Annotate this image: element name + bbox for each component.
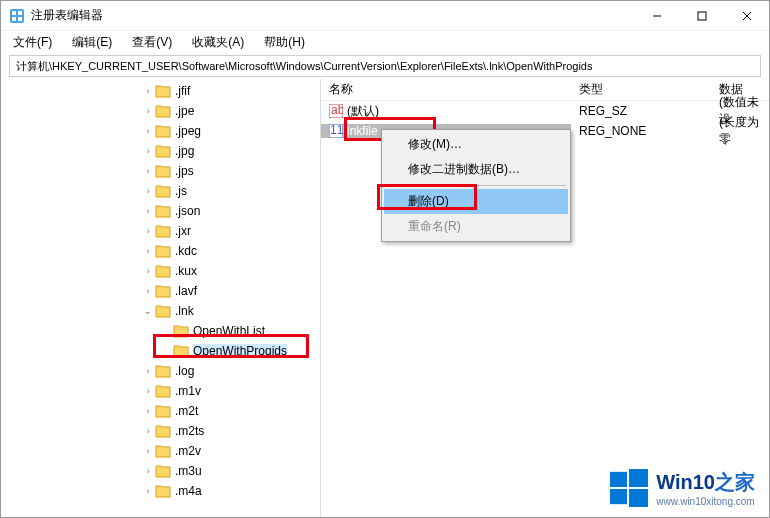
list-header: 名称 类型 数据 [321, 79, 769, 101]
watermark: Win10之家 www.win10xitong.com [610, 469, 755, 507]
svg-rect-16 [629, 489, 648, 507]
col-name[interactable]: 名称 [321, 81, 571, 98]
tree-item[interactable]: ›.m2ts [141, 421, 320, 441]
expand-toggle[interactable]: › [141, 166, 155, 176]
svg-rect-6 [698, 12, 706, 20]
tree-item-label: OpenWithProgids [193, 344, 287, 358]
expand-toggle[interactable]: › [141, 146, 155, 156]
tree-item-label: .js [175, 184, 187, 198]
tree-item-label: .jxr [175, 224, 191, 238]
menu-view[interactable]: 查看(V) [126, 32, 178, 53]
title-bar: 注册表编辑器 [1, 1, 769, 31]
tree-item-label: .m1v [175, 384, 201, 398]
expand-toggle[interactable]: › [141, 426, 155, 436]
tree-item-label: .m2ts [175, 424, 204, 438]
window-controls [634, 1, 769, 30]
expand-toggle[interactable]: › [141, 206, 155, 216]
expand-toggle[interactable]: › [141, 86, 155, 96]
menu-separator [386, 185, 566, 186]
tree-item-label: OpenWithList [193, 324, 265, 338]
expand-toggle[interactable]: › [141, 186, 155, 196]
tree-item[interactable]: ›.jps [141, 161, 320, 181]
tree-item[interactable]: ›.lavf [141, 281, 320, 301]
tree-item-label: .jps [175, 164, 194, 178]
address-bar[interactable]: 计算机\HKEY_CURRENT_USER\Software\Microsoft… [9, 55, 761, 77]
tree-item-label: .kdc [175, 244, 197, 258]
tree-item[interactable]: ›.m2v [141, 441, 320, 461]
window-title: 注册表编辑器 [31, 7, 634, 24]
tree-item[interactable]: ›.kux [141, 261, 320, 281]
svg-rect-1 [12, 11, 16, 15]
tree-item[interactable]: ›.m1v [141, 381, 320, 401]
tree-item[interactable]: ›.log [141, 361, 320, 381]
watermark-brand2: 之家 [715, 471, 755, 493]
expand-toggle[interactable]: › [141, 446, 155, 456]
windows-logo-icon [610, 469, 648, 507]
menu-item-rename[interactable]: 重命名(R) [384, 214, 568, 239]
tree-item[interactable]: ⌄.lnk [141, 301, 320, 321]
expand-toggle[interactable]: › [141, 406, 155, 416]
tree-item-label: .jpeg [175, 124, 201, 138]
context-menu: 修改(M)… 修改二进制数据(B)… 删除(D) 重命名(R) [381, 129, 571, 242]
menu-edit[interactable]: 编辑(E) [66, 32, 118, 53]
tree-item[interactable]: ›.jfif [141, 81, 320, 101]
menu-item-modify-binary[interactable]: 修改二进制数据(B)… [384, 157, 568, 182]
svg-rect-3 [12, 17, 16, 21]
tree-item[interactable]: ›.json [141, 201, 320, 221]
cell-type: REG_SZ [571, 104, 711, 118]
tree-item[interactable]: ›.m4a [141, 481, 320, 501]
watermark-brand: Win10 [656, 471, 715, 493]
menu-help[interactable]: 帮助(H) [258, 32, 311, 53]
expand-toggle[interactable]: › [141, 106, 155, 116]
tree-item[interactable]: ›.m3u [141, 461, 320, 481]
tree-item[interactable]: OpenWithList [141, 321, 320, 341]
svg-text:110: 110 [330, 124, 343, 137]
svg-rect-14 [629, 469, 648, 487]
expand-toggle[interactable]: ⌄ [141, 306, 155, 316]
expand-toggle[interactable]: › [141, 466, 155, 476]
tree-item[interactable]: ›.jpe [141, 101, 320, 121]
col-type[interactable]: 类型 [571, 81, 711, 98]
menu-item-modify[interactable]: 修改(M)… [384, 132, 568, 157]
tree-item-label: .json [175, 204, 200, 218]
tree-item-label: .log [175, 364, 194, 378]
menu-favorites[interactable]: 收藏夹(A) [186, 32, 250, 53]
menu-bar: 文件(F) 编辑(E) 查看(V) 收藏夹(A) 帮助(H) [1, 31, 769, 53]
watermark-text: Win10之家 www.win10xitong.com [656, 469, 755, 507]
tree-item-label: .jpg [175, 144, 194, 158]
list-row[interactable]: ab(默认)REG_SZ(数值未设 [321, 101, 769, 121]
expand-toggle[interactable]: › [141, 286, 155, 296]
tree-item-label: .jpe [175, 104, 194, 118]
menu-item-delete[interactable]: 删除(D) [384, 189, 568, 214]
tree-item[interactable]: ›.kdc [141, 241, 320, 261]
svg-text:ab: ab [331, 104, 343, 117]
tree-item-label: .m3u [175, 464, 202, 478]
svg-rect-2 [18, 11, 22, 15]
expand-toggle[interactable]: › [141, 246, 155, 256]
tree-item[interactable]: ›.jpeg [141, 121, 320, 141]
svg-rect-13 [610, 472, 627, 487]
expand-toggle[interactable]: › [141, 126, 155, 136]
tree-item[interactable]: ›.js [141, 181, 320, 201]
tree-item-label: .m4a [175, 484, 202, 498]
expand-toggle[interactable]: › [141, 386, 155, 396]
regedit-icon [9, 8, 25, 24]
maximize-button[interactable] [679, 1, 724, 30]
tree-item[interactable]: ›.jpg [141, 141, 320, 161]
minimize-button[interactable] [634, 1, 679, 30]
tree-item-label: .lavf [175, 284, 197, 298]
menu-file[interactable]: 文件(F) [7, 32, 58, 53]
expand-toggle[interactable]: › [141, 266, 155, 276]
expand-toggle[interactable]: › [141, 226, 155, 236]
tree-item-label: .lnk [175, 304, 194, 318]
tree-item[interactable]: ›.m2t [141, 401, 320, 421]
cell-name: ab(默认) [321, 103, 571, 120]
close-button[interactable] [724, 1, 769, 30]
expand-toggle[interactable]: › [141, 486, 155, 496]
tree-item-label: .m2t [175, 404, 198, 418]
expand-toggle[interactable]: › [141, 366, 155, 376]
tree-item-label: .kux [175, 264, 197, 278]
tree-item[interactable]: OpenWithProgids [141, 341, 320, 361]
tree-item[interactable]: ›.jxr [141, 221, 320, 241]
tree-view[interactable]: ›.jfif›.jpe›.jpeg›.jpg›.jps›.js›.json›.j… [1, 79, 321, 518]
